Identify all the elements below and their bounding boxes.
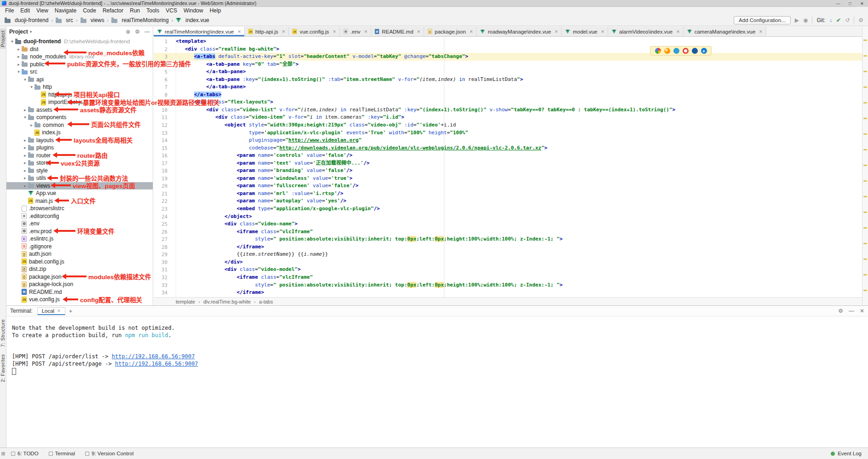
close-icon[interactable]: ✕ <box>333 29 336 34</box>
firefox-icon[interactable] <box>664 48 670 54</box>
close-icon[interactable]: ✕ <box>237 29 241 34</box>
tree-item-layouts[interactable]: ▸layouts <box>6 137 153 144</box>
code-line-20[interactable]: 20 <param name='fullscreen' value='false… <box>154 182 862 190</box>
warning-mark[interactable] <box>863 86 867 88</box>
code-line-26[interactable]: 26 <iframe class="vlcIframe" <box>154 228 862 236</box>
warning-mark[interactable] <box>863 71 867 72</box>
warning-mark[interactable] <box>863 118 867 119</box>
close-icon[interactable]: ✕ <box>601 29 604 34</box>
tree-item-eslintrc-js[interactable]: E.eslintrc.js <box>6 235 153 243</box>
code-line-4[interactable]: 4 <a-tab-pane key="0" tab="全部"> <box>154 61 862 69</box>
breadcrumb-duoji-frontend[interactable]: duoji-frontend <box>4 17 49 24</box>
warning-mark[interactable] <box>863 149 867 150</box>
close-icon[interactable]: ✕ <box>282 29 286 34</box>
code-line-6[interactable]: 6 <a-tab-pane :key="(index+1).toString()… <box>154 76 862 84</box>
code-line-1[interactable]: 1<template> <box>154 38 862 46</box>
close-icon[interactable]: ✕ <box>470 29 473 34</box>
code-line-24[interactable]: 24 </object> <box>154 213 862 221</box>
code-line-32[interactable]: 32 <iframe class="vlcIframe" <box>154 274 862 281</box>
code-line-14[interactable]: 14 pluginspage="http://www.videolan.org" <box>154 137 862 144</box>
tool-button-project[interactable]: Project <box>0 29 6 49</box>
terminal-link[interactable]: http://192.168.66.56:9007 <box>112 353 195 360</box>
new-terminal-icon[interactable]: + <box>69 308 73 315</box>
event-log-button[interactable]: Event Log <box>838 451 862 456</box>
code-line-17[interactable]: 17 <param name='text' value='正在加载视频中...'… <box>154 160 862 167</box>
warning-mark[interactable] <box>863 243 867 244</box>
tree-item-dist-zip[interactable]: Zdist.zip <box>6 265 153 273</box>
close-icon[interactable]: ✕ <box>555 29 558 34</box>
status-item-9-version-control[interactable]: 9: Version Control <box>85 451 133 456</box>
terminal-tab-local[interactable]: Local ✕ <box>37 307 65 315</box>
tree-item-plugins[interactable]: ▸plugins <box>6 144 153 152</box>
code-line-30[interactable]: 30 </div> <box>154 258 862 266</box>
code-editor[interactable]: 1<template>2 <div class="realTime bg-whi… <box>154 37 862 297</box>
tab-cameramanage-index-vue[interactable]: cameraManage\index.vue✕ <box>684 27 766 36</box>
menu-item-window[interactable]: Window <box>180 7 207 15</box>
tree-item-env-prod[interactable]: ⚙.env.prod <box>6 228 153 235</box>
tree-item-http-api-js[interactable]: JShttp-api.js <box>6 91 153 99</box>
code-line-25[interactable]: 25 <div class="video-name"> <box>154 220 862 228</box>
tree-item-index-js[interactable]: JSindex.js <box>6 129 153 137</box>
tree-item-main-js[interactable]: JSmain.js <box>6 197 153 205</box>
tool-button-favorites[interactable]: 2: Favorites <box>0 352 6 384</box>
tree-item-vue-config-js[interactable]: JSvue.config.js <box>6 296 153 304</box>
menu-item-edit[interactable]: Edit <box>17 7 33 15</box>
menu-item-help[interactable]: Help <box>207 7 224 15</box>
code-line-11[interactable]: 11 <div class="video-item" v-for="i in i… <box>154 114 862 121</box>
tab-package-json[interactable]: {}package.json✕ <box>424 27 477 36</box>
warning-mark[interactable] <box>863 196 867 197</box>
warning-mark[interactable] <box>863 227 867 229</box>
warning-mark[interactable] <box>863 55 867 57</box>
close-icon[interactable]: ✕ <box>759 29 763 34</box>
close-panel-icon[interactable]: ✕ <box>860 308 864 314</box>
close-icon[interactable]: ✕ <box>364 29 368 34</box>
code-line-19[interactable]: 19 <param name='windowless' value='true'… <box>154 175 862 183</box>
warning-mark[interactable] <box>863 165 867 166</box>
minimize-button[interactable]: — <box>832 0 844 7</box>
hide-panel-icon[interactable]: — <box>144 29 150 35</box>
terminal-link[interactable]: http://192.168.66.56:9007 <box>115 361 198 367</box>
code-line-13[interactable]: 13 type='application/x-vlc-plugin' event… <box>154 129 862 137</box>
tree-item-browserslistrc[interactable]: .browserslistrc <box>6 205 153 212</box>
tree-item-public[interactable]: ▸public <box>6 61 153 69</box>
code-line-5[interactable]: 5 </a-tab-pane> <box>154 68 862 76</box>
tree-item-common[interactable]: ▸common <box>6 121 153 129</box>
menu-item-vcs[interactable]: VCS <box>162 7 180 15</box>
tree-item-src[interactable]: ▾src <box>6 68 153 76</box>
code-line-8[interactable]: 8 </a-tabs> <box>154 91 862 99</box>
code-line-10[interactable]: 10 <div class="video-list" v-for="(item,… <box>154 106 862 114</box>
tree-item-router[interactable]: ▸router <box>6 152 153 160</box>
warning-mark[interactable] <box>863 290 867 291</box>
code-line-21[interactable]: 21 <param name='mrl' :value='i.rtsp'/> <box>154 190 862 198</box>
tree-item-dist[interactable]: ▸dist <box>6 46 153 53</box>
tree-item-package-json[interactable]: {}package.json <box>6 273 153 281</box>
maximize-button[interactable]: □ <box>844 0 856 7</box>
code-line-29[interactable]: 29 {{item.streetName}} {{i.name}} <box>154 251 862 258</box>
tab-readme-md[interactable]: MREADME.md✕ <box>371 27 424 36</box>
status-item-terminal[interactable]: Terminal <box>49 451 75 456</box>
tree-item-duoji-frontend[interactable]: ▾duoji-frontendD:\zheheWeb\duoji-fronten… <box>6 38 153 46</box>
tab-model-vue[interactable]: model.vue✕ <box>562 27 608 36</box>
locate-icon[interactable]: ⊕ <box>126 29 130 35</box>
code-line-7[interactable]: 7 </a-tab-pane> <box>154 83 862 91</box>
tree-item-editorconfig[interactable]: ⚙.editorconfig <box>6 212 153 220</box>
warning-mark[interactable] <box>863 40 867 41</box>
menu-item-run[interactable]: Run <box>126 7 143 15</box>
editor-crumb-div-realtime-bg-white[interactable]: div.realTime.bg-white <box>203 299 251 304</box>
git-commit-icon[interactable]: ✔ <box>836 17 841 23</box>
gear-icon[interactable]: ⚙ <box>135 29 140 35</box>
close-icon[interactable]: ✕ <box>676 29 680 34</box>
tree-item-readme-md[interactable]: MREADME.md <box>6 288 153 296</box>
warning-mark[interactable] <box>863 212 867 213</box>
code-line-3[interactable]: 3 <a-tabs default-active-key="1" slot="h… <box>154 53 862 61</box>
tab-http-api-js[interactable]: JShttp-api.js✕ <box>245 27 289 36</box>
breadcrumb-realtimemonitoring[interactable]: realTimeMonitoring <box>110 17 169 24</box>
code-line-23[interactable]: 23 <embed type="application/x-google-vlc… <box>154 205 862 213</box>
breadcrumb-src[interactable]: src <box>55 17 74 24</box>
code-line-2[interactable]: 2 <div class="realTime bg-white"> <box>154 46 862 53</box>
tree-item-package-lock-json[interactable]: {}package-lock.json <box>6 281 153 288</box>
tool-button-structure[interactable]: 7: Structure <box>0 317 6 349</box>
tree-item-utils[interactable]: ▸utils <box>6 174 153 182</box>
tree-item-babel-config-js[interactable]: JSbabel.config.js <box>6 258 153 266</box>
opera-icon[interactable] <box>683 48 689 54</box>
